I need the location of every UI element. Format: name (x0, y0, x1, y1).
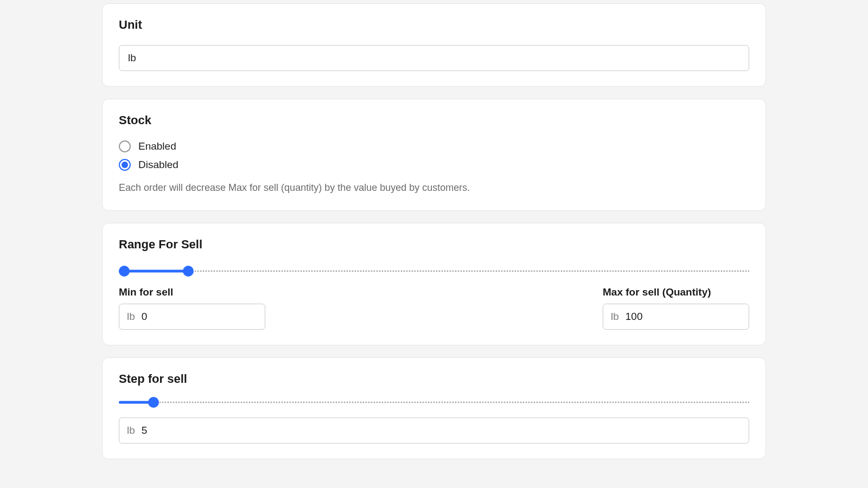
unit-prefix: lb (611, 311, 619, 323)
range-min-label: Min for sell (119, 286, 265, 298)
stock-title: Stock (119, 113, 749, 127)
stock-radio-disabled[interactable]: Disabled (119, 159, 749, 171)
range-slider[interactable] (119, 265, 749, 278)
step-input-wrap[interactable]: lb (119, 418, 749, 444)
radio-circle-icon (119, 159, 131, 171)
range-max-input-wrap[interactable]: lb (603, 304, 749, 330)
slider-track-icon (119, 270, 749, 273)
stock-disabled-label: Disabled (138, 159, 178, 171)
stock-card: Stock Enabled Disabled Each order will d… (102, 99, 766, 211)
unit-prefix: lb (127, 425, 135, 436)
stock-radio-group: Enabled Disabled (119, 140, 749, 171)
range-max-input[interactable] (626, 311, 754, 323)
slider-track-icon (119, 401, 749, 404)
range-max-col: Max for sell (Quantity) lb (603, 286, 749, 330)
unit-card: Unit (102, 3, 766, 87)
step-card: Step for sell lb (102, 357, 766, 459)
step-slider[interactable] (119, 396, 749, 409)
range-slider-handle-min[interactable] (119, 266, 130, 277)
unit-input[interactable] (119, 45, 749, 71)
range-min-col: Min for sell lb (119, 286, 265, 330)
unit-prefix: lb (127, 311, 135, 323)
step-input[interactable] (142, 425, 741, 436)
range-slider-handle-max[interactable] (183, 266, 194, 277)
range-min-input[interactable] (142, 311, 270, 323)
radio-dot-icon (122, 162, 128, 168)
radio-circle-icon (119, 140, 131, 152)
unit-title: Unit (119, 18, 749, 32)
range-card: Range For Sell Min for sell lb Max for s… (102, 223, 766, 345)
range-title: Range For Sell (119, 237, 749, 252)
step-title: Step for sell (119, 372, 749, 386)
stock-radio-enabled[interactable]: Enabled (119, 140, 749, 152)
range-max-label: Max for sell (Quantity) (603, 286, 749, 298)
range-min-input-wrap[interactable]: lb (119, 304, 265, 330)
stock-enabled-label: Enabled (138, 140, 176, 152)
step-slider-handle[interactable] (148, 397, 159, 408)
stock-help-text: Each order will decrease Max for sell (q… (119, 181, 749, 195)
